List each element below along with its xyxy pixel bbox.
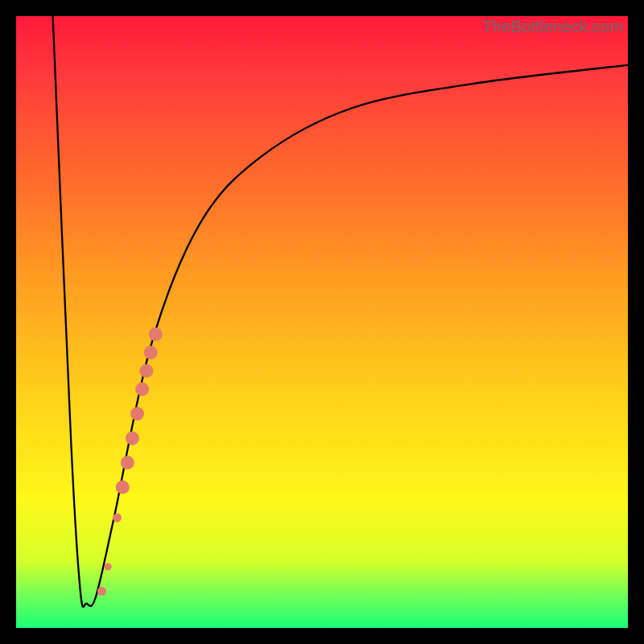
highlight-dot <box>149 328 163 341</box>
plot-area: TheBottleneck.com <box>16 16 628 628</box>
highlight-dot <box>135 382 149 396</box>
highlight-dot <box>105 564 112 571</box>
bottleneck-curve-path <box>53 16 628 607</box>
highlight-dot <box>139 364 153 378</box>
highlight-dot <box>130 407 144 421</box>
highlight-dot <box>126 431 139 445</box>
highlight-dot <box>116 481 130 494</box>
highlight-dot <box>113 514 122 522</box>
chart-frame: TheBottleneck.com <box>0 0 644 644</box>
highlight-dot <box>97 587 106 596</box>
highlight-dots-group <box>97 328 163 596</box>
highlight-dot <box>121 456 134 469</box>
chart-svg <box>16 16 628 628</box>
highlight-dot <box>144 346 158 360</box>
